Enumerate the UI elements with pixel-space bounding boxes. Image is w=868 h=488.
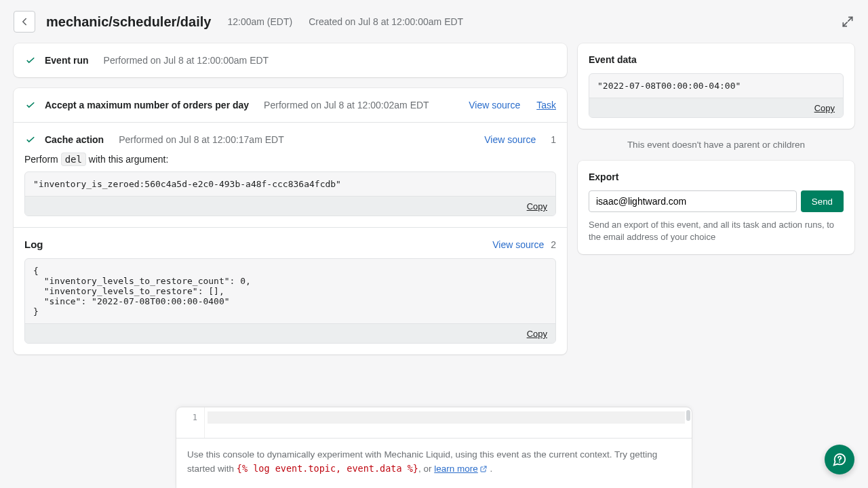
- cache-argument-value: "inventory_is_zeroed:560c4a5d-e2c0-493b-…: [25, 172, 555, 196]
- expand-icon: [841, 15, 854, 28]
- event-data-card: Event data "2022-07-08T00:00:00-04:00" C…: [578, 43, 854, 129]
- cache-action-meta: Performed on Jul 8 at 12:00:17am EDT: [119, 134, 284, 145]
- cache-view-source-link[interactable]: View source: [484, 134, 536, 145]
- event-run-title: Event run: [45, 55, 89, 66]
- cache-perform-prefix: Perform: [24, 154, 61, 165]
- cache-perform-suffix: with this argument:: [86, 154, 168, 165]
- event-time: 12:00am (EDT): [227, 16, 292, 27]
- help-fab-button[interactable]: [825, 445, 854, 474]
- log-title: Log: [24, 239, 43, 250]
- task-card: Accept a maximum number of orders per da…: [14, 88, 567, 354]
- task-link[interactable]: Task: [536, 100, 556, 110]
- console-learn-more-link[interactable]: learn more: [434, 464, 488, 474]
- event-data-value: "2022-07-08T00:00:00-04:00": [589, 74, 843, 98]
- back-button[interactable]: [14, 11, 35, 33]
- check-icon: [24, 99, 37, 111]
- cache-copy-button[interactable]: Copy: [527, 201, 547, 211]
- cache-count: 1: [551, 134, 556, 145]
- console-snippet[interactable]: {% log event.topic, event.data %}: [237, 463, 418, 474]
- console-help: Use this console to dynamically experime…: [176, 439, 692, 489]
- console-scrollbar[interactable]: [686, 410, 690, 421]
- console-current-line: [208, 411, 685, 424]
- page-header: mechanic/scheduler/daily 12:00am (EDT) C…: [0, 0, 868, 43]
- task-meta: Performed on Jul 8 at 12:00:02am EDT: [264, 100, 429, 110]
- export-email-input[interactable]: [589, 190, 797, 212]
- arrow-left-icon: [18, 16, 31, 28]
- task-view-source-link[interactable]: View source: [469, 100, 520, 110]
- console-help-text-b: , or: [418, 464, 434, 474]
- export-help-text: Send an export of this event, and all it…: [589, 219, 844, 243]
- event-created: Created on Jul 8 at 12:00:00am EDT: [309, 16, 463, 27]
- export-title: Export: [578, 161, 854, 190]
- task-title: Accept a maximum number of orders per da…: [45, 100, 249, 110]
- console-panel: 1 Use this console to dynamically experi…: [176, 407, 692, 489]
- console-editor[interactable]: 1: [176, 407, 692, 439]
- log-count: 2: [551, 239, 556, 250]
- log-copy-button[interactable]: Copy: [527, 329, 547, 339]
- cache-perform-line: Perform del with this argument:: [24, 154, 556, 165]
- export-card: Export Send Send an export of this event…: [578, 161, 854, 254]
- event-data-box: "2022-07-08T00:00:00-04:00" Copy: [589, 73, 844, 118]
- log-box: { "inventory_levels_to_restore_count": 0…: [24, 258, 556, 344]
- event-parent-info: This event doesn't have a parent or chil…: [578, 140, 854, 150]
- event-run-card: Event run Performed on Jul 8 at 12:00:00…: [14, 43, 567, 77]
- event-run-meta: Performed on Jul 8 at 12:00:00am EDT: [104, 55, 269, 66]
- event-data-title: Event data: [578, 43, 854, 73]
- check-icon: [24, 54, 37, 66]
- chat-help-icon: [832, 452, 847, 467]
- console-line-number: 1: [176, 407, 205, 438]
- page-title: mechanic/scheduler/daily: [46, 14, 211, 30]
- check-icon: [24, 134, 37, 146]
- expand-button[interactable]: [841, 15, 854, 28]
- event-data-copy-button[interactable]: Copy: [814, 103, 835, 113]
- console-help-period: .: [488, 464, 493, 474]
- external-link-icon: [479, 464, 488, 477]
- cache-perform-code: del: [61, 152, 86, 166]
- log-body: { "inventory_levels_to_restore_count": 0…: [25, 259, 555, 323]
- export-send-button[interactable]: Send: [801, 190, 844, 212]
- cache-action-title: Cache action: [45, 134, 104, 145]
- cache-argument-box: "inventory_is_zeroed:560c4a5d-e2c0-493b-…: [24, 171, 556, 216]
- log-view-source-link[interactable]: View source: [492, 239, 544, 250]
